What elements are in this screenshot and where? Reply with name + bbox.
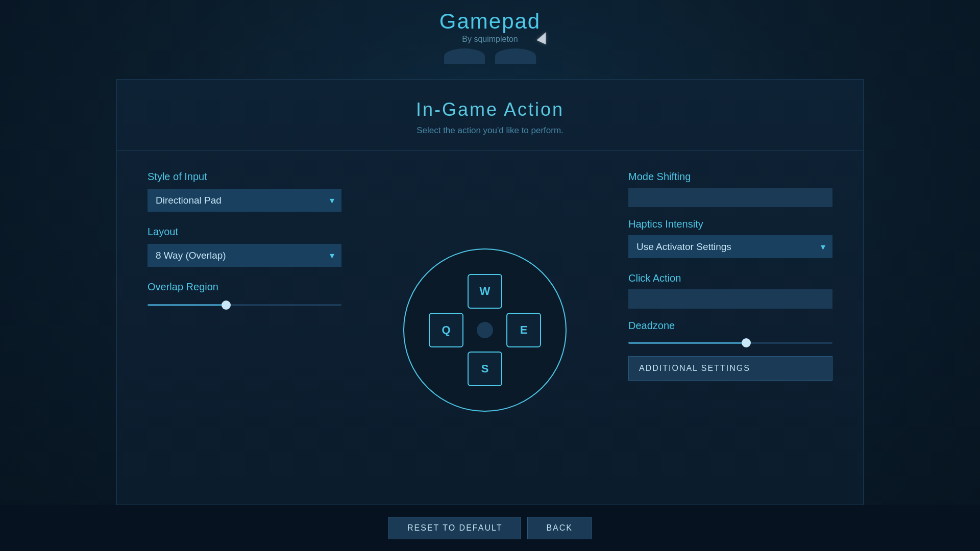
ingame-title: In-Game Action — [117, 99, 863, 120]
style-of-input-dropdown[interactable]: Directional Pad Button Pad Touch Menu Mo… — [148, 189, 341, 212]
dpad-down-button[interactable]: S — [468, 352, 502, 386]
header: Gamepad By squimpleton — [0, 0, 980, 44]
click-action-label: Click Action — [628, 272, 832, 284]
left-panel: Style of Input Directional Pad Button Pa… — [148, 171, 341, 489]
reset-to-default-button[interactable]: RESET TO DEFAULT — [388, 517, 521, 539]
gamepad-visual — [444, 48, 536, 64]
main-panel: In-Game Action Select the action you'd l… — [116, 79, 864, 505]
haptics-intensity-label: Haptics Intensity — [628, 218, 832, 230]
mode-shifting-field — [628, 188, 832, 207]
haptics-dropdown-wrapper: Use Activator Settings Off Low Medium Hi… — [628, 235, 832, 258]
center-panel: W S Q E — [362, 171, 608, 489]
layout-dropdown[interactable]: 4 Way (No Overlap) 8 Way (Overlap) Cross… — [148, 244, 341, 267]
dpad-right-button[interactable]: E — [506, 313, 541, 347]
layout-label: Layout — [148, 226, 341, 238]
haptics-intensity-dropdown[interactable]: Use Activator Settings Off Low Medium Hi… — [628, 235, 832, 258]
left-bumper — [444, 48, 485, 64]
overlap-region-label: Overlap Region — [148, 281, 341, 293]
layout-dropdown-wrapper: 4 Way (No Overlap) 8 Way (Overlap) Cross… — [148, 244, 341, 267]
dpad-center — [477, 322, 493, 338]
additional-settings-button[interactable]: ADDITIONAL SETTINGS — [628, 356, 832, 381]
style-of-input-label: Style of Input — [148, 171, 341, 183]
ingame-header: In-Game Action Select the action you'd l… — [117, 80, 863, 151]
deadzone-slider[interactable] — [628, 342, 832, 344]
mode-shifting-label: Mode Shifting — [628, 171, 832, 183]
overlap-slider-container — [148, 299, 341, 308]
content-area: Style of Input Directional Pad Button Pa… — [117, 151, 863, 509]
right-panel: Mode Shifting Haptics Intensity Use Acti… — [628, 171, 832, 489]
overlap-region-slider[interactable] — [148, 304, 341, 306]
dpad-circle: W S Q E — [403, 248, 567, 412]
click-action-field — [628, 289, 832, 309]
ingame-subtitle: Select the action you'd like to perform. — [117, 126, 863, 136]
back-button[interactable]: BACK — [527, 517, 592, 539]
dpad-up-button[interactable]: W — [468, 274, 502, 309]
app-subtitle: By squimpleton — [0, 35, 980, 44]
dpad-left-button[interactable]: Q — [429, 313, 463, 347]
style-dropdown-wrapper: Directional Pad Button Pad Touch Menu Mo… — [148, 189, 341, 212]
dpad-cross: W S Q E — [429, 274, 541, 386]
deadzone-label: Deadzone — [628, 320, 832, 332]
app-title: Gamepad — [0, 9, 980, 34]
right-bumper — [495, 48, 536, 64]
bottom-bar: RESET TO DEFAULT BACK — [0, 505, 980, 551]
